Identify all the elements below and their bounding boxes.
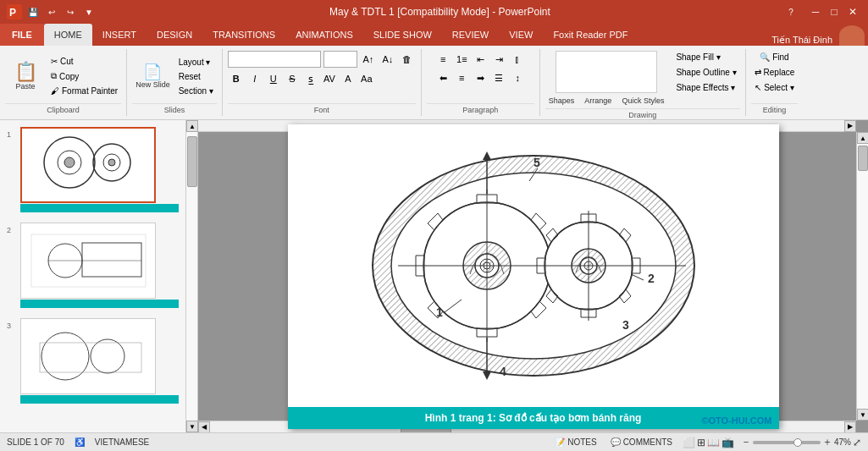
para-row1: ≡ 1≡ ⇤ ⇥ ⫿ bbox=[434, 51, 526, 68]
section-button[interactable]: Section ▾ bbox=[175, 85, 217, 97]
tab-file[interactable]: FILE bbox=[0, 24, 44, 46]
scroll-down-canvas-btn[interactable]: ▼ bbox=[857, 409, 868, 421]
shadow-button[interactable]: s̲ bbox=[302, 70, 319, 87]
slide-thumb-3[interactable]: 3 bbox=[0, 311, 185, 407]
tab-design[interactable]: DESIGN bbox=[147, 24, 202, 46]
notes-button[interactable]: 📝 NOTES bbox=[551, 436, 600, 448]
line-spacing-btn[interactable]: ↕ bbox=[509, 69, 526, 86]
scroll-down-btn[interactable]: ▼ bbox=[186, 421, 198, 432]
normal-view-icon[interactable]: ⬜ bbox=[683, 437, 695, 448]
redo-icon[interactable]: ↪ bbox=[63, 4, 78, 19]
decrease-indent-btn[interactable]: ⇤ bbox=[472, 51, 489, 68]
clear-format-btn[interactable]: 🗑 bbox=[399, 51, 416, 68]
slide-preview-3 bbox=[20, 318, 156, 394]
copy-button[interactable]: ⧉ Copy bbox=[47, 69, 121, 83]
slide-sorter-icon[interactable]: ⊞ bbox=[697, 437, 705, 448]
reset-button[interactable]: Reset bbox=[175, 70, 217, 83]
tab-review[interactable]: REVIEW bbox=[442, 24, 499, 46]
zoom-slider[interactable] bbox=[753, 441, 821, 444]
editing-label: Editing bbox=[751, 103, 799, 114]
shape-fill-button[interactable]: Shape Fill ▾ bbox=[672, 51, 739, 63]
italic-button[interactable]: I bbox=[246, 70, 263, 87]
tab-transitions[interactable]: TRANSITIONS bbox=[202, 24, 285, 46]
ribbon: 📋 Paste ✂ Cut ⧉ Copy 🖌 Format Painter Cl… bbox=[0, 46, 868, 120]
font-family-input[interactable] bbox=[228, 51, 321, 68]
customize-qa-icon[interactable]: ▼ bbox=[81, 4, 97, 19]
scroll-up-canvas-btn[interactable]: ▲ bbox=[857, 132, 868, 144]
close-button[interactable]: ✕ bbox=[844, 3, 861, 20]
zoom-in-icon[interactable]: ＋ bbox=[822, 435, 832, 449]
paste-button[interactable]: 📋 Paste bbox=[5, 61, 46, 92]
numbered-list-btn[interactable]: 1≡ bbox=[453, 51, 470, 68]
shapes-container: Shapes Arrange Quick Styles bbox=[545, 51, 668, 107]
tab-slideshow[interactable]: SLIDE SHOW bbox=[363, 24, 442, 46]
strikethrough-button[interactable]: S bbox=[284, 70, 301, 87]
help-icon[interactable]: ? bbox=[783, 4, 799, 19]
font-size-input[interactable] bbox=[323, 51, 357, 68]
slide-thumb-2[interactable]: 2 bbox=[0, 216, 185, 311]
thumb-svg-1 bbox=[23, 130, 154, 200]
justify-btn[interactable]: ☰ bbox=[490, 69, 507, 86]
scroll-thumb[interactable] bbox=[187, 136, 197, 187]
status-bar-right: 📝 NOTES 💬 COMMENTS ⬜ ⊞ 📖 📺 － ＋ 47% ⤢ bbox=[551, 435, 861, 449]
tab-view[interactable]: VIEW bbox=[499, 24, 543, 46]
select-button[interactable]: ↖ Select ▾ bbox=[751, 81, 798, 94]
scroll-track bbox=[186, 132, 197, 421]
undo-icon[interactable]: ↩ bbox=[44, 4, 59, 19]
comments-button[interactable]: 💬 COMMENTS bbox=[607, 436, 676, 448]
font-color-button[interactable]: A bbox=[340, 70, 357, 87]
scroll-up-btn[interactable]: ▲ bbox=[186, 120, 198, 132]
scroll-right-btn[interactable]: ▶ bbox=[844, 421, 856, 433]
increase-font-btn[interactable]: A↑ bbox=[360, 51, 377, 68]
svg-point-7 bbox=[108, 159, 115, 166]
tab-home[interactable]: HOME bbox=[44, 24, 92, 46]
underline-button[interactable]: U bbox=[265, 70, 282, 87]
shape-effects-button[interactable]: Shape Effects ▾ bbox=[672, 81, 739, 94]
save-icon[interactable]: 💾 bbox=[25, 4, 41, 19]
thumb-svg-2 bbox=[23, 226, 154, 295]
slide-thumb-1[interactable]: 1 bbox=[0, 120, 185, 216]
v-scroll-thumb[interactable] bbox=[858, 146, 868, 171]
align-left-btn[interactable]: ⬅ bbox=[434, 69, 451, 86]
font-size2-button[interactable]: Aa bbox=[358, 70, 375, 87]
layout-button[interactable]: Layout ▾ bbox=[175, 56, 217, 69]
new-slide-icon: 📄 bbox=[143, 64, 162, 80]
align-center-btn[interactable]: ≡ bbox=[453, 69, 470, 86]
tab-foxit[interactable]: Foxit Reader PDF bbox=[543, 24, 638, 46]
new-slide-button[interactable]: 📄 New Slide bbox=[132, 63, 174, 91]
drawing-label: Drawing bbox=[545, 108, 740, 119]
fit-slide-icon[interactable]: ⤢ bbox=[853, 437, 861, 448]
minimize-button[interactable]: ─ bbox=[807, 3, 824, 20]
quick-styles-button[interactable]: Quick Styles bbox=[618, 95, 667, 107]
arrange-button[interactable]: Arrange bbox=[581, 95, 615, 107]
presenter-view-icon[interactable]: 📺 bbox=[721, 437, 734, 448]
shapes-gallery[interactable] bbox=[556, 51, 657, 93]
zoom-out-icon[interactable]: － bbox=[741, 435, 751, 449]
shapes-button[interactable]: Shapes bbox=[545, 95, 578, 107]
paste-label: Paste bbox=[15, 82, 35, 91]
tab-animations[interactable]: ANIMATIONS bbox=[285, 24, 363, 46]
paragraph-label: Paragraph bbox=[427, 103, 534, 114]
scroll-right-top-btn[interactable]: ▶ bbox=[844, 120, 856, 132]
label-2: 2 bbox=[648, 272, 655, 285]
increase-indent-btn[interactable]: ⇥ bbox=[490, 51, 507, 68]
shape-outline-button[interactable]: Shape Outline ▾ bbox=[672, 66, 739, 79]
find-button[interactable]: 🔍 Find bbox=[756, 51, 792, 63]
maximize-button[interactable]: □ bbox=[826, 3, 843, 20]
cut-button[interactable]: ✂ Cut bbox=[47, 55, 121, 68]
arrow-down bbox=[483, 371, 491, 380]
replace-button[interactable]: ⇄ Replace bbox=[751, 66, 799, 79]
scroll-left-btn[interactable]: ◀ bbox=[198, 421, 210, 433]
decrease-font-btn[interactable]: A↓ bbox=[379, 51, 396, 68]
align-right-btn[interactable]: ➡ bbox=[472, 69, 489, 86]
zoom-thumb[interactable] bbox=[793, 438, 802, 447]
tab-insert[interactable]: INSERT bbox=[92, 24, 147, 46]
bullet-list-btn[interactable]: ≡ bbox=[434, 51, 451, 68]
char-spacing-button[interactable]: AV bbox=[321, 70, 338, 87]
bold-button[interactable]: B bbox=[228, 70, 245, 87]
format-painter-button[interactable]: 🖌 Format Painter bbox=[47, 85, 121, 97]
replace-label: Replace bbox=[764, 68, 795, 77]
new-slide-label: New Slide bbox=[135, 80, 170, 89]
reading-view-icon[interactable]: 📖 bbox=[707, 437, 720, 448]
columns-btn[interactable]: ⫿ bbox=[509, 51, 526, 68]
